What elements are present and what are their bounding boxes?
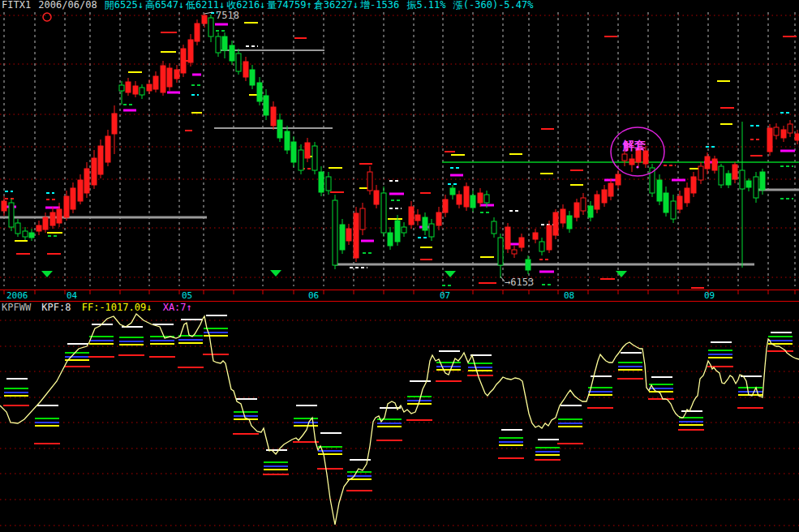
high-value: 高6547↓	[145, 0, 184, 11]
open-value: 開6525↓	[105, 0, 144, 11]
sell-triangle-marker	[616, 271, 627, 277]
quote-header: FITX1 2006/06/08 開6525↓高6547↓低6211↓收6216…	[2, 0, 535, 11]
indicator-name: KPFWW	[2, 302, 31, 313]
indicator-header: KPFWW KPF:8 FF:-1017.09↓ XA:7↑	[2, 302, 197, 313]
xa-value: XA:7↑	[163, 302, 192, 313]
candles-layer	[2, 13, 799, 278]
kpf-level-clusters	[3, 315, 793, 491]
month-label: 2006	[6, 291, 28, 300]
month-label: 04	[67, 291, 77, 300]
annotations: 7518→6153解套	[41, 10, 664, 288]
close-value: 收6216↓	[226, 0, 265, 11]
month-label: 09	[704, 291, 715, 300]
month-label: 05	[182, 291, 192, 300]
high-annotation: 7518	[216, 10, 239, 21]
chart-canvas[interactable]: 7518→6153解套	[0, 0, 799, 532]
candle-grid	[0, 12, 799, 286]
sell-triangle-marker	[445, 271, 456, 277]
low-annotation: →6153	[505, 277, 534, 288]
time-axis[interactable]: 2006040506070809	[0, 290, 799, 302]
indicator-marks	[4, 13, 797, 289]
change-value: 漲(-360)-5.47%	[453, 0, 534, 11]
month-label: 08	[564, 291, 574, 300]
symbol-label: FITX1	[2, 0, 31, 11]
open-interest-value: 倉36227↓	[314, 0, 359, 11]
month-label: 06	[308, 291, 319, 300]
low-value: 低6211↓	[186, 0, 225, 11]
ff-value: FF:-1017.09↓	[82, 302, 152, 313]
kpf-value: KPF:8	[41, 302, 71, 313]
circle-label: 解套	[622, 139, 647, 152]
month-label: 07	[440, 291, 450, 300]
oi-change-value: 增-1536	[360, 0, 399, 11]
date-label: 2006/06/08	[38, 0, 97, 11]
amplitude-value: 振5.11%	[406, 0, 445, 11]
sell-triangle-marker	[270, 270, 281, 277]
trading-terminal: 7518→6153解套 FITX1 2006/06/08 開6525↓高6547…	[0, 0, 799, 532]
sell-triangle-marker	[41, 271, 53, 277]
red-circle-marker	[43, 13, 51, 21]
volume-value: 量74759↑	[267, 0, 311, 11]
